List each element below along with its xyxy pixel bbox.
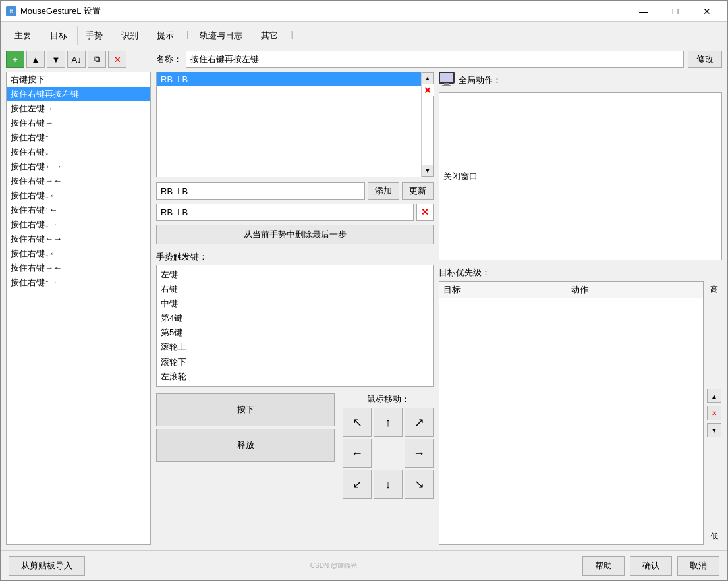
gesture-item[interactable]: 右键按下 bbox=[7, 72, 150, 87]
left-panel: + ▲ ▼ A↓ ⧉ ✕ 右键按下 按住右键再按左键 按住左键→ 按住右键→ 按… bbox=[6, 51, 151, 545]
delete-button[interactable]: ✕ bbox=[108, 51, 126, 68]
trigger-item[interactable]: 右键 bbox=[161, 282, 429, 296]
app-icon: It bbox=[6, 6, 16, 16]
gesture-item[interactable]: 按住右键↓← bbox=[7, 246, 150, 261]
priority-high-text: 高 bbox=[710, 284, 718, 295]
gesture-item[interactable]: 按住右键↓← bbox=[7, 188, 150, 203]
ok-button[interactable]: 确认 bbox=[630, 556, 672, 576]
trigger-item[interactable]: 滚轮上 bbox=[161, 340, 429, 354]
gesture-item[interactable]: 按住右键→← bbox=[7, 261, 150, 275]
dir-w-button[interactable]: ← bbox=[343, 439, 372, 468]
sort-button[interactable]: A↓ bbox=[67, 51, 86, 68]
watermark: CSDN @耀临光 bbox=[310, 561, 357, 570]
tab-hint[interactable]: 提示 bbox=[148, 26, 182, 45]
tab-target[interactable]: 目标 bbox=[42, 26, 76, 45]
trigger-item[interactable]: 滚轮下 bbox=[161, 355, 429, 370]
sequence-delete-button[interactable]: ✕ bbox=[422, 84, 434, 96]
add-gesture-button[interactable]: + bbox=[6, 51, 24, 68]
press-release-area: 按下 释放 bbox=[156, 393, 335, 462]
tab-other[interactable]: 其它 bbox=[252, 26, 287, 45]
global-action-input[interactable] bbox=[439, 92, 722, 260]
delete-step-button[interactable]: 从当前手势中删除最后一步 bbox=[156, 225, 434, 244]
dir-sw-button[interactable]: ↙ bbox=[343, 470, 372, 499]
sequence-scrollbar: ▲ ✕ ▼ bbox=[421, 72, 433, 177]
gesture-item[interactable]: 按住右键←→ bbox=[7, 232, 150, 246]
action-panel: 全局动作： 目标优先级： 目标 动作 bbox=[439, 72, 722, 545]
trigger-item[interactable]: 第5键 bbox=[161, 325, 429, 340]
gesture-item[interactable]: 按住右键←→ bbox=[7, 159, 150, 174]
cancel-button[interactable]: 取消 bbox=[677, 556, 719, 576]
direction-grid: ↖ ↑ ↗ ← → ↙ ↓ ↘ bbox=[343, 408, 434, 499]
bottom-left: 从剪贴板导入 bbox=[9, 556, 85, 576]
priority-sidebar: 高 ▲ ✕ ▼ 低 bbox=[706, 281, 722, 545]
import-button[interactable]: 从剪贴板导入 bbox=[9, 556, 85, 576]
direction-section: 鼠标移动： ↖ ↑ ↗ ← → ↙ ↓ ↘ bbox=[343, 393, 434, 499]
dir-ne-button[interactable]: ↗ bbox=[405, 408, 434, 437]
dir-e-button[interactable]: → bbox=[405, 439, 434, 468]
trigger-item[interactable]: 第4键 bbox=[161, 311, 429, 325]
gesture-item[interactable]: 按住右键↑→ bbox=[7, 275, 150, 290]
sequence-input2[interactable] bbox=[156, 204, 414, 221]
tab-separator: | bbox=[184, 26, 191, 45]
modify-button[interactable]: 修改 bbox=[688, 51, 722, 68]
copy-button[interactable]: ⧉ bbox=[88, 51, 106, 68]
trigger-item[interactable]: 中键 bbox=[161, 296, 429, 311]
gesture-item[interactable]: 按住右键↑← bbox=[7, 203, 150, 217]
tab-main[interactable]: 主要 bbox=[6, 26, 40, 45]
priority-container: 目标 动作 高 ▲ ✕ ▼ 低 bbox=[439, 281, 722, 545]
tab-recognize[interactable]: 识别 bbox=[113, 26, 147, 45]
scroll-up-button[interactable]: ▲ bbox=[422, 72, 434, 84]
release-button[interactable]: 释放 bbox=[156, 429, 335, 462]
add-sequence-button[interactable]: 添加 bbox=[368, 182, 399, 200]
move-down-button[interactable]: ▼ bbox=[47, 51, 65, 68]
dir-n-button[interactable]: ↑ bbox=[374, 408, 403, 437]
gesture-item[interactable]: 按住右键↓ bbox=[7, 145, 150, 159]
trigger-item[interactable]: 左滚轮 bbox=[161, 370, 429, 384]
trigger-list: 左键 右键 中键 第4键 第5键 滚轮上 滚轮下 左滚轮 右滚轮 << 其它触发… bbox=[156, 265, 434, 387]
update-sequence-button[interactable]: 更新 bbox=[402, 182, 434, 200]
dir-s-button[interactable]: ↓ bbox=[374, 470, 403, 499]
tab-bar: 主要 目标 手势 识别 提示 | 轨迹与日志 其它 | bbox=[1, 22, 727, 45]
move-up-button[interactable]: ▲ bbox=[26, 51, 45, 68]
priority-down-button[interactable]: ▼ bbox=[707, 423, 721, 437]
priority-section: 目标优先级： 目标 动作 高 ▲ bbox=[439, 267, 722, 545]
tab-trace[interactable]: 轨迹与日志 bbox=[191, 26, 251, 45]
gesture-list: 右键按下 按住右键再按左键 按住左键→ 按住右键→ 按住右键↑ 按住右键↓ 按住… bbox=[6, 72, 151, 545]
scroll-down-button[interactable]: ▼ bbox=[422, 165, 434, 177]
tab-gesture[interactable]: 手势 bbox=[77, 26, 111, 45]
priority-table: 目标 动作 bbox=[439, 281, 704, 545]
bottom-right: 帮助 确认 取消 bbox=[582, 556, 719, 576]
minimize-button[interactable]: — bbox=[629, 1, 659, 22]
sequence-input1[interactable] bbox=[156, 182, 365, 200]
svg-rect-1 bbox=[444, 83, 449, 85]
global-action-row: 全局动作： bbox=[439, 72, 722, 88]
help-button[interactable]: 帮助 bbox=[582, 556, 625, 576]
gesture-item[interactable]: 按住右键→← bbox=[7, 174, 150, 188]
gesture-toolbar: + ▲ ▼ A↓ ⧉ ✕ bbox=[6, 51, 151, 68]
priority-side-buttons: ▲ ✕ ▼ bbox=[707, 389, 721, 437]
delete-x-button[interactable]: ✕ bbox=[416, 204, 434, 221]
svg-rect-0 bbox=[439, 72, 454, 83]
gesture-item[interactable]: 按住右键↑ bbox=[7, 130, 150, 145]
trigger-item[interactable]: 右滚轮 bbox=[161, 384, 429, 387]
sequence-selected[interactable]: RB_LB bbox=[157, 72, 433, 86]
gesture-item[interactable]: 按住右键→ bbox=[7, 116, 150, 130]
trigger-item[interactable]: 左键 bbox=[161, 267, 429, 282]
priority-delete-button[interactable]: ✕ bbox=[707, 406, 721, 420]
press-button[interactable]: 按下 bbox=[156, 393, 335, 426]
maximize-button[interactable]: □ bbox=[660, 1, 690, 22]
svg-rect-2 bbox=[442, 85, 451, 86]
name-input[interactable] bbox=[186, 51, 684, 68]
priority-up-button[interactable]: ▲ bbox=[707, 389, 721, 403]
gesture-item[interactable]: 按住右键↓→ bbox=[7, 217, 150, 232]
delete-row: ✕ bbox=[156, 204, 434, 221]
gesture-item-selected[interactable]: 按住右键再按左键 bbox=[7, 87, 150, 101]
priority-label: 目标优先级： bbox=[439, 267, 722, 279]
trigger-section: 手势触发键： 左键 右键 中键 第4键 第5键 滚轮上 滚轮下 左滚轮 右滚轮 … bbox=[156, 251, 434, 387]
sequence-box: RB_LB ▲ ✕ ▼ bbox=[156, 72, 434, 177]
gesture-item[interactable]: 按住左键→ bbox=[7, 101, 150, 116]
close-button[interactable]: ✕ bbox=[692, 1, 722, 22]
window-controls: — □ ✕ bbox=[629, 1, 722, 22]
dir-se-button[interactable]: ↘ bbox=[405, 470, 434, 499]
dir-nw-button[interactable]: ↖ bbox=[343, 408, 372, 437]
